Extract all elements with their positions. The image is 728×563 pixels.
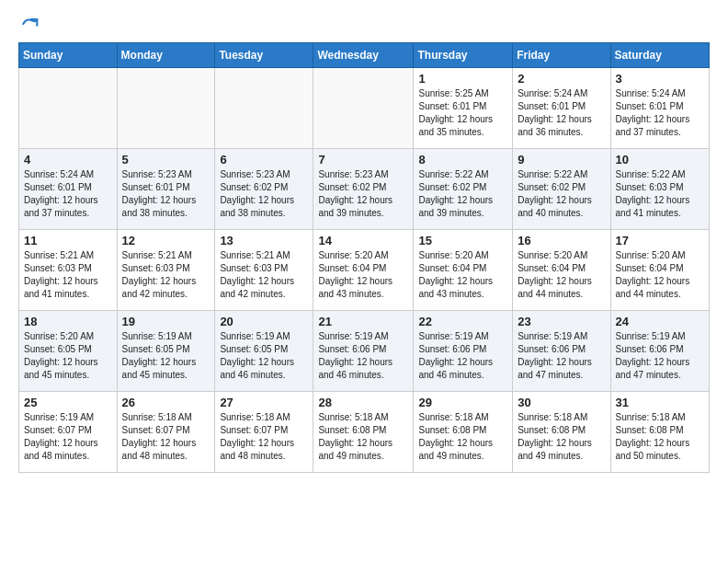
day-number: 14 bbox=[318, 234, 408, 247]
day-number: 15 bbox=[418, 234, 507, 247]
day-number: 30 bbox=[518, 396, 605, 409]
day-number: 10 bbox=[616, 153, 704, 167]
calendar-day-cell: 29Sunrise: 5:18 AM Sunset: 6:08 PM Dayli… bbox=[414, 392, 513, 473]
day-number: 23 bbox=[518, 315, 605, 328]
day-number: 5 bbox=[122, 153, 210, 167]
day-info: Sunrise: 5:22 AM Sunset: 6:03 PM Dayligh… bbox=[616, 168, 704, 220]
day-info: Sunrise: 5:21 AM Sunset: 6:03 PM Dayligh… bbox=[122, 249, 210, 301]
day-info: Sunrise: 5:19 AM Sunset: 6:07 PM Dayligh… bbox=[24, 411, 112, 463]
logo-icon bbox=[20, 15, 39, 33]
day-info: Sunrise: 5:21 AM Sunset: 6:03 PM Dayligh… bbox=[220, 249, 308, 301]
day-info: Sunrise: 5:18 AM Sunset: 6:08 PM Dayligh… bbox=[616, 411, 704, 463]
calendar-week-row: 18Sunrise: 5:20 AM Sunset: 6:05 PM Dayli… bbox=[19, 311, 710, 392]
day-number: 4 bbox=[24, 153, 112, 167]
day-info: Sunrise: 5:20 AM Sunset: 6:04 PM Dayligh… bbox=[418, 249, 507, 301]
day-info: Sunrise: 5:23 AM Sunset: 6:02 PM Dayligh… bbox=[318, 168, 408, 220]
calendar-day-cell: 26Sunrise: 5:18 AM Sunset: 6:07 PM Dayli… bbox=[117, 392, 215, 473]
calendar-day-cell: 28Sunrise: 5:18 AM Sunset: 6:08 PM Dayli… bbox=[313, 392, 414, 473]
day-info: Sunrise: 5:23 AM Sunset: 6:01 PM Dayligh… bbox=[122, 168, 210, 220]
day-info: Sunrise: 5:22 AM Sunset: 6:02 PM Dayligh… bbox=[418, 168, 507, 220]
day-number: 9 bbox=[518, 153, 605, 167]
weekday-header: Wednesday bbox=[313, 43, 414, 68]
day-number: 16 bbox=[518, 234, 605, 247]
weekday-header: Monday bbox=[117, 43, 215, 68]
day-info: Sunrise: 5:20 AM Sunset: 6:04 PM Dayligh… bbox=[318, 249, 408, 301]
calendar-day-cell: 23Sunrise: 5:19 AM Sunset: 6:06 PM Dayli… bbox=[513, 311, 610, 392]
calendar-week-row: 25Sunrise: 5:19 AM Sunset: 6:07 PM Dayli… bbox=[19, 392, 710, 473]
day-info: Sunrise: 5:24 AM Sunset: 6:01 PM Dayligh… bbox=[24, 168, 112, 220]
calendar-day-cell: 13Sunrise: 5:21 AM Sunset: 6:03 PM Dayli… bbox=[215, 230, 313, 311]
calendar-day-cell bbox=[215, 68, 313, 149]
day-info: Sunrise: 5:18 AM Sunset: 6:08 PM Dayligh… bbox=[318, 411, 408, 463]
calendar-day-cell: 21Sunrise: 5:19 AM Sunset: 6:06 PM Dayli… bbox=[313, 311, 414, 392]
day-number: 21 bbox=[318, 315, 408, 328]
calendar-day-cell: 5Sunrise: 5:23 AM Sunset: 6:01 PM Daylig… bbox=[117, 149, 215, 230]
day-number: 11 bbox=[24, 234, 112, 247]
day-info: Sunrise: 5:20 AM Sunset: 6:04 PM Dayligh… bbox=[518, 249, 605, 301]
day-info: Sunrise: 5:21 AM Sunset: 6:03 PM Dayligh… bbox=[24, 249, 112, 301]
calendar-day-cell: 2Sunrise: 5:24 AM Sunset: 6:01 PM Daylig… bbox=[513, 68, 610, 149]
calendar-day-cell: 10Sunrise: 5:22 AM Sunset: 6:03 PM Dayli… bbox=[610, 149, 709, 230]
weekday-header: Tuesday bbox=[215, 43, 313, 68]
day-number: 3 bbox=[616, 72, 704, 86]
calendar-week-row: 4Sunrise: 5:24 AM Sunset: 6:01 PM Daylig… bbox=[19, 149, 710, 230]
day-number: 29 bbox=[418, 396, 507, 409]
day-number: 17 bbox=[616, 234, 704, 247]
day-info: Sunrise: 5:19 AM Sunset: 6:05 PM Dayligh… bbox=[122, 330, 210, 382]
calendar-day-cell: 20Sunrise: 5:19 AM Sunset: 6:05 PM Dayli… bbox=[215, 311, 313, 392]
day-number: 31 bbox=[616, 396, 704, 409]
day-number: 8 bbox=[418, 153, 507, 167]
day-number: 12 bbox=[122, 234, 210, 247]
calendar-day-cell: 17Sunrise: 5:20 AM Sunset: 6:04 PM Dayli… bbox=[610, 230, 709, 311]
calendar-day-cell: 3Sunrise: 5:24 AM Sunset: 6:01 PM Daylig… bbox=[610, 68, 709, 149]
calendar-day-cell bbox=[19, 68, 118, 149]
calendar-day-cell: 12Sunrise: 5:21 AM Sunset: 6:03 PM Dayli… bbox=[117, 230, 215, 311]
calendar-header-row: SundayMondayTuesdayWednesdayThursdayFrid… bbox=[19, 43, 710, 68]
weekday-header: Sunday bbox=[19, 43, 118, 68]
day-info: Sunrise: 5:19 AM Sunset: 6:05 PM Dayligh… bbox=[220, 330, 308, 382]
day-info: Sunrise: 5:24 AM Sunset: 6:01 PM Dayligh… bbox=[518, 87, 605, 139]
weekday-header: Saturday bbox=[610, 43, 709, 68]
day-info: Sunrise: 5:24 AM Sunset: 6:01 PM Dayligh… bbox=[616, 87, 704, 139]
calendar-day-cell: 11Sunrise: 5:21 AM Sunset: 6:03 PM Dayli… bbox=[19, 230, 118, 311]
header bbox=[18, 15, 710, 33]
calendar-day-cell: 22Sunrise: 5:19 AM Sunset: 6:06 PM Dayli… bbox=[414, 311, 513, 392]
calendar-day-cell: 30Sunrise: 5:18 AM Sunset: 6:08 PM Dayli… bbox=[513, 392, 610, 473]
calendar-day-cell: 14Sunrise: 5:20 AM Sunset: 6:04 PM Dayli… bbox=[313, 230, 414, 311]
logo bbox=[18, 15, 39, 33]
calendar-day-cell: 7Sunrise: 5:23 AM Sunset: 6:02 PM Daylig… bbox=[313, 149, 414, 230]
day-info: Sunrise: 5:25 AM Sunset: 6:01 PM Dayligh… bbox=[418, 87, 507, 139]
day-info: Sunrise: 5:20 AM Sunset: 6:05 PM Dayligh… bbox=[24, 330, 112, 382]
day-number: 20 bbox=[220, 315, 308, 328]
calendar-day-cell: 9Sunrise: 5:22 AM Sunset: 6:02 PM Daylig… bbox=[513, 149, 610, 230]
page: SundayMondayTuesdayWednesdayThursdayFrid… bbox=[0, 0, 728, 488]
day-info: Sunrise: 5:20 AM Sunset: 6:04 PM Dayligh… bbox=[616, 249, 704, 301]
calendar-day-cell: 6Sunrise: 5:23 AM Sunset: 6:02 PM Daylig… bbox=[215, 149, 313, 230]
day-number: 27 bbox=[220, 396, 308, 409]
calendar-day-cell: 4Sunrise: 5:24 AM Sunset: 6:01 PM Daylig… bbox=[19, 149, 118, 230]
day-number: 1 bbox=[418, 72, 507, 86]
day-info: Sunrise: 5:23 AM Sunset: 6:02 PM Dayligh… bbox=[220, 168, 308, 220]
calendar-day-cell: 25Sunrise: 5:19 AM Sunset: 6:07 PM Dayli… bbox=[19, 392, 118, 473]
weekday-header: Friday bbox=[513, 43, 610, 68]
day-info: Sunrise: 5:19 AM Sunset: 6:06 PM Dayligh… bbox=[616, 330, 704, 382]
day-number: 24 bbox=[616, 315, 704, 328]
day-info: Sunrise: 5:19 AM Sunset: 6:06 PM Dayligh… bbox=[318, 330, 408, 382]
calendar-day-cell: 15Sunrise: 5:20 AM Sunset: 6:04 PM Dayli… bbox=[414, 230, 513, 311]
day-info: Sunrise: 5:18 AM Sunset: 6:08 PM Dayligh… bbox=[418, 411, 507, 463]
day-number: 18 bbox=[24, 315, 112, 328]
day-info: Sunrise: 5:19 AM Sunset: 6:06 PM Dayligh… bbox=[518, 330, 605, 382]
day-number: 2 bbox=[518, 72, 605, 86]
day-number: 6 bbox=[220, 153, 308, 167]
calendar-day-cell: 16Sunrise: 5:20 AM Sunset: 6:04 PM Dayli… bbox=[513, 230, 610, 311]
day-info: Sunrise: 5:18 AM Sunset: 6:08 PM Dayligh… bbox=[518, 411, 605, 463]
day-number: 22 bbox=[418, 315, 507, 328]
day-info: Sunrise: 5:19 AM Sunset: 6:06 PM Dayligh… bbox=[418, 330, 507, 382]
calendar-day-cell: 8Sunrise: 5:22 AM Sunset: 6:02 PM Daylig… bbox=[414, 149, 513, 230]
day-number: 28 bbox=[318, 396, 408, 409]
day-number: 13 bbox=[220, 234, 308, 247]
day-info: Sunrise: 5:22 AM Sunset: 6:02 PM Dayligh… bbox=[518, 168, 605, 220]
calendar-day-cell: 19Sunrise: 5:19 AM Sunset: 6:05 PM Dayli… bbox=[117, 311, 215, 392]
calendar-week-row: 1Sunrise: 5:25 AM Sunset: 6:01 PM Daylig… bbox=[19, 68, 710, 149]
day-number: 19 bbox=[122, 315, 210, 328]
